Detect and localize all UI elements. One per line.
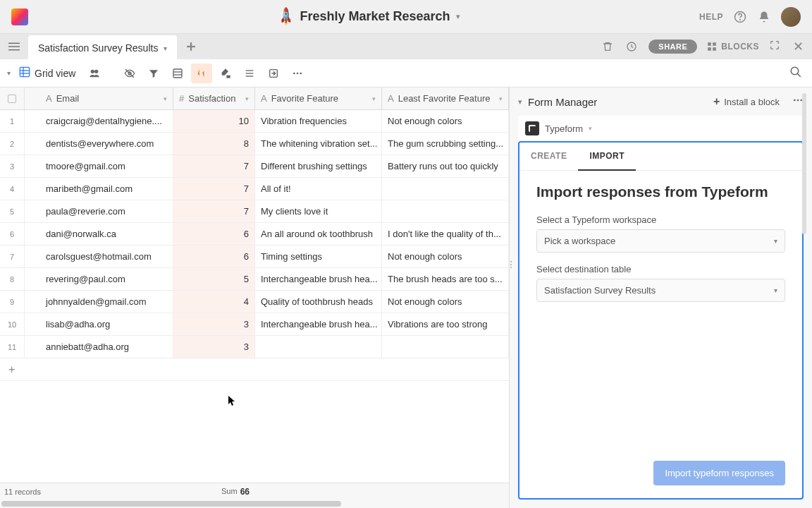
block-header[interactable]: Typeform ▾ [518,116,804,141]
cell-email[interactable]: tmoore@gmail.com [25,155,173,177]
import-responses-button[interactable]: Import typeform responses [653,461,785,485]
panel-resize-handle[interactable] [509,254,513,275]
table-row[interactable]: 6dani@norwalk.ca6An all around ok toothb… [0,223,509,246]
cell-email[interactable]: revering@paul.com [25,268,173,290]
table-row[interactable]: 2dentists@everywhere.com8The whitening v… [0,133,509,155]
view-switcher-caret[interactable]: ▾ [7,69,11,77]
chevron-down-icon[interactable]: ▾ [372,95,376,102]
cell-satisfaction[interactable]: 3 [173,313,255,335]
cell-email[interactable]: paula@reverie.com [25,200,173,222]
cell-favorite[interactable]: Vibration frequencies [255,110,382,132]
horizontal-scrollbar[interactable] [0,500,509,508]
cell-favorite[interactable]: An all around ok toothbrush [255,223,382,245]
cell-favorite[interactable] [255,336,382,358]
chevron-down-icon[interactable]: ▾ [164,44,167,52]
color-icon[interactable] [215,64,236,83]
table-row[interactable]: 9johnnyalden@gmail.com4Quality of toothb… [0,291,509,313]
view-picker[interactable]: Grid view [13,64,81,83]
more-icon[interactable] [287,64,308,83]
cell-least[interactable] [382,336,509,358]
cell-least[interactable]: Not enough colors [382,110,509,132]
chevron-down-icon[interactable]: ▾ [456,12,460,21]
tab-create[interactable]: CREATE [519,143,578,170]
blocks-button[interactable]: BLOCKS [707,42,759,52]
cell-satisfaction[interactable]: 7 [173,178,255,200]
cell-least[interactable]: I don't like the quality of th... [382,223,509,245]
cell-least[interactable]: Vibrations are too strong [382,313,509,335]
cell-satisfaction[interactable]: 3 [173,336,255,358]
table-row[interactable]: 3tmoore@gmail.com7Different brushing set… [0,155,509,178]
cell-satisfaction[interactable]: 8 [173,133,255,155]
group-icon[interactable] [167,64,188,83]
sort-icon[interactable] [191,64,212,83]
add-row-button[interactable]: + [0,358,509,381]
app-logo[interactable] [11,8,28,25]
column-header-least[interactable]: A Least Favorite Feature ▾ [382,87,509,109]
trash-icon[interactable] [601,40,615,54]
cell-favorite[interactable]: All of it! [255,178,382,200]
cell-email[interactable]: maribeth@gmail.com [25,178,173,200]
cell-email[interactable]: anniebatt@adha.org [25,336,173,358]
table-row[interactable]: 1craigcraig@dentalhygiene....10Vibration… [0,110,509,133]
table-row[interactable]: 4maribeth@gmail.com7All of it! [0,178,509,200]
chevron-down-icon[interactable]: ▾ [499,95,503,102]
cell-favorite[interactable]: Quality of toothbrush heads [255,291,382,313]
cell-email[interactable]: lisab@adha.org [25,313,173,335]
blocks-dashboard-title[interactable]: Form Manager [528,96,597,108]
search-icon[interactable] [787,63,805,84]
cell-satisfaction[interactable]: 10 [173,110,255,132]
table-row[interactable]: 11anniebatt@adha.org3 [0,336,509,358]
cell-favorite[interactable]: Different brushing settings [255,155,382,177]
close-icon[interactable]: ✕ [790,36,806,57]
cell-email[interactable]: dani@norwalk.ca [25,223,173,245]
history-icon[interactable] [625,40,639,54]
chevron-down-icon[interactable]: ▾ [589,125,592,132]
table-row[interactable]: 7carolsguest@hotmail.com6Timing settings… [0,246,509,268]
chevron-down-icon[interactable]: ▾ [164,95,167,102]
cell-favorite[interactable]: Timing settings [255,246,382,267]
column-header-satisfaction[interactable]: # Satisfaction ▾ [173,87,255,109]
help-icon[interactable] [733,10,747,24]
cell-least[interactable]: Not enough colors [382,246,509,267]
help-button[interactable]: HELP [699,12,723,22]
column-header-favorite[interactable]: A Favorite Feature ▾ [255,87,382,109]
cell-least[interactable]: Battery runs out too quickly [382,155,509,177]
collaborators-icon[interactable] [84,64,105,83]
hamburger-icon[interactable] [6,38,23,55]
cell-email[interactable]: craigcraig@dentalhygiene.... [25,110,173,132]
tab-import[interactable]: IMPORT [578,143,636,171]
base-title[interactable]: Freshly Market Research [300,9,450,24]
cell-satisfaction[interactable]: 4 [173,291,255,313]
share-view-icon[interactable] [263,64,284,83]
row-height-icon[interactable] [239,64,260,83]
bell-icon[interactable] [757,10,771,24]
collapse-caret-icon[interactable]: ▾ [518,97,522,107]
avatar[interactable] [781,7,801,27]
cell-least[interactable]: The brush heads are too s... [382,268,509,290]
destination-select[interactable]: Satisfaction Survey Results ▾ [536,279,785,302]
select-all-checkbox[interactable] [0,87,25,109]
cell-favorite[interactable]: The whitening vibration set... [255,133,382,155]
chevron-down-icon[interactable]: ▾ [245,95,249,102]
cell-email[interactable]: dentists@everywhere.com [25,133,173,155]
table-row[interactable]: 8revering@paul.com5Interchangeable brush… [0,268,509,291]
cell-email[interactable]: johnnyalden@gmail.com [25,291,173,313]
workspace-select[interactable]: Pick a workspace ▾ [536,229,785,253]
table-row[interactable]: 5paula@reverie.com7My clients love it [0,200,509,223]
cell-satisfaction[interactable]: 6 [173,246,255,267]
sum-label[interactable]: Sum [221,487,238,497]
cell-favorite[interactable]: My clients love it [255,200,382,222]
cell-least[interactable] [382,200,509,222]
cell-least[interactable]: The gum scrubbing setting... [382,133,509,155]
cell-least[interactable] [382,178,509,200]
cell-satisfaction[interactable]: 5 [173,268,255,290]
install-block-button[interactable]: + Install a block [713,95,780,108]
share-button[interactable]: SHARE [648,40,697,54]
fullscreen-icon[interactable] [769,40,780,54]
cell-least[interactable]: Not enough colors [382,291,509,313]
add-table-button[interactable] [181,37,201,56]
cell-satisfaction[interactable]: 7 [173,155,255,177]
cell-favorite[interactable]: Interchangeable brush hea... [255,268,382,290]
hide-fields-icon[interactable] [119,64,140,83]
cell-satisfaction[interactable]: 6 [173,223,255,245]
